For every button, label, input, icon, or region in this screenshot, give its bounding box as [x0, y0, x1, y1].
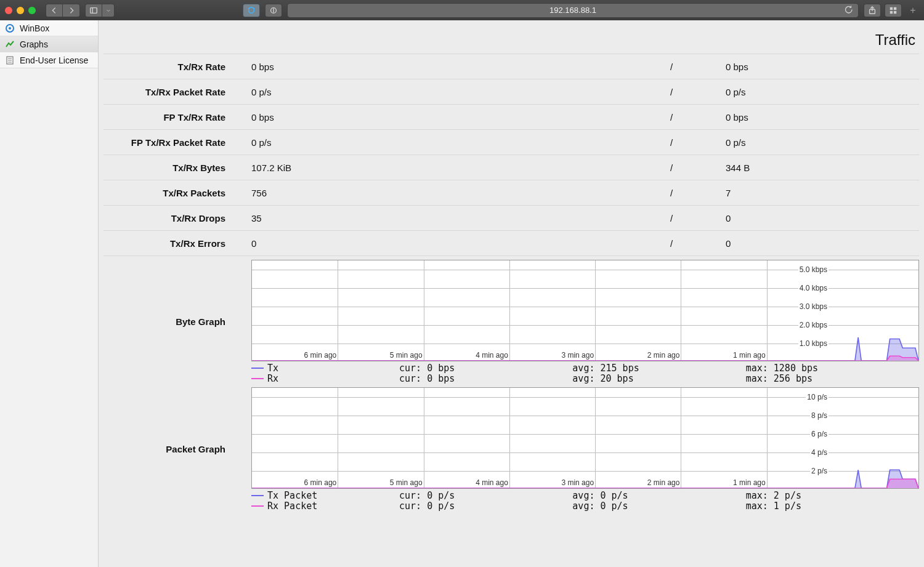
table-row: Tx/Rx Packets756/7 [103, 180, 919, 206]
sidebar-item-label: WinBox [20, 23, 49, 33]
stats-table: Tx/Rx Rate0 bps/0 bpsTx/Rx Packet Rate0 … [103, 54, 919, 256]
sidebar-item-winbox[interactable]: WinBox [0, 20, 98, 36]
sidebar: WinBoxGraphsEnd-User License [0, 20, 99, 567]
sidebar-item-label: Graphs [20, 39, 48, 49]
legend-avg: avg: 0 p/s [572, 490, 628, 501]
browser-toolbar: 192.168.88.1 + [0, 0, 924, 20]
svg-rect-8 [890, 10, 893, 13]
close-window-button[interactable] [5, 7, 12, 14]
legend-name: Tx [267, 363, 278, 374]
svg-rect-0 [91, 7, 97, 13]
legend-name: Rx [267, 373, 278, 384]
stat-tx: 0 bps [251, 112, 670, 123]
legend-cur: cur: 0 p/s [399, 501, 455, 512]
graph-title: Packet Graph [103, 387, 251, 511]
stat-label: Tx/Rx Packets [103, 188, 251, 198]
privacy-report-button[interactable] [243, 4, 260, 17]
content-area[interactable]: Traffic Tx/Rx Rate0 bps/0 bpsTx/Rx Packe… [99, 20, 924, 567]
sidebar-item-end-user-license[interactable]: End-User License [0, 52, 98, 68]
stat-separator: / [670, 213, 726, 223]
stat-separator: / [670, 137, 726, 148]
graph-canvas: 1.0 kbps2.0 kbps3.0 kbps4.0 kbps5.0 kbps… [251, 260, 919, 361]
stat-separator: / [670, 163, 726, 173]
new-tab-button[interactable]: + [907, 3, 919, 18]
stat-tx: 0 p/s [251, 137, 670, 148]
table-row: FP Tx/Rx Packet Rate0 p/s/0 p/s [103, 130, 919, 155]
stat-rx: 0 [726, 238, 919, 249]
maximize-window-button[interactable] [28, 7, 36, 14]
legend-name: Rx Packet [267, 501, 317, 512]
legend-cur: cur: 0 p/s [399, 490, 455, 501]
stat-label: FP Tx/Rx Rate [103, 112, 251, 123]
legend-swatch [251, 378, 264, 379]
legend-avg: avg: 215 bps [572, 363, 639, 374]
stat-label: Tx/Rx Errors [103, 238, 251, 249]
graph-title: Byte Graph [103, 260, 251, 384]
stat-rx: 0 p/s [726, 87, 919, 97]
svg-rect-6 [890, 7, 893, 9]
back-button[interactable] [46, 4, 63, 17]
legend-max: max: 1 p/s [746, 501, 801, 512]
sidebar-toggle-button[interactable] [85, 4, 102, 17]
svg-point-11 [9, 27, 11, 30]
stat-tx: 756 [251, 188, 670, 198]
stat-label: Tx/Rx Drops [103, 213, 251, 223]
stat-tx: 0 [251, 238, 670, 249]
minimize-window-button[interactable] [17, 7, 24, 14]
stat-separator: / [670, 62, 726, 72]
stat-separator: / [670, 238, 726, 249]
reload-icon[interactable] [845, 5, 853, 15]
legend-name: Tx Packet [267, 490, 317, 501]
legend-avg: avg: 20 bps [572, 373, 633, 384]
graph-legend: Tx PacketRx Packetcur: 0 p/scur: 0 p/sav… [251, 490, 919, 511]
table-row: Tx/Rx Packet Rate0 p/s/0 p/s [103, 79, 919, 105]
graph-icon [5, 39, 15, 49]
table-row: Tx/Rx Drops35/0 [103, 206, 919, 231]
stat-label: Tx/Rx Bytes [103, 163, 251, 173]
stat-tx: 0 p/s [251, 87, 670, 97]
stat-separator: / [670, 112, 726, 123]
graph-packet-graph: Packet Graph2 p/s4 p/s6 p/s8 p/s10 p/s6 … [103, 387, 919, 511]
tabs-overview-button[interactable] [885, 4, 902, 17]
address-bar[interactable]: 192.168.88.1 [287, 3, 859, 18]
graph-byte-graph: Byte Graph1.0 kbps2.0 kbps3.0 kbps4.0 kb… [103, 260, 919, 384]
sidebar-menu-button[interactable] [102, 4, 115, 17]
legend-max: max: 1280 bps [746, 363, 818, 374]
legend-cur: cur: 0 bps [399, 373, 455, 384]
stat-tx: 35 [251, 213, 670, 223]
legend-avg: avg: 0 p/s [572, 501, 628, 512]
sidebar-item-graphs[interactable]: Graphs [0, 36, 98, 52]
sidebar-item-label: End-User License [20, 55, 88, 65]
stat-label: Tx/Rx Packet Rate [103, 87, 251, 97]
window-controls [5, 7, 36, 14]
stat-rx: 0 [726, 213, 919, 223]
legend-swatch [251, 368, 264, 369]
page-title: Traffic [99, 20, 924, 54]
graph-canvas: 2 p/s4 p/s6 p/s8 p/s10 p/s6 min ago5 min… [251, 387, 919, 489]
table-row: Tx/Rx Rate0 bps/0 bps [103, 54, 919, 79]
stat-label: FP Tx/Rx Packet Rate [103, 137, 251, 148]
address-url: 192.168.88.1 [549, 6, 596, 15]
stat-separator: / [670, 188, 726, 198]
share-button[interactable] [864, 4, 881, 17]
legend-cur: cur: 0 bps [399, 363, 455, 374]
stat-rx: 0 bps [726, 112, 919, 123]
stat-rx: 0 bps [726, 62, 919, 72]
table-row: Tx/Rx Bytes107.2 KiB/344 B [103, 155, 919, 180]
legend-swatch [251, 505, 264, 507]
stat-rx: 7 [726, 188, 919, 198]
svg-rect-9 [894, 10, 896, 13]
forward-button[interactable] [63, 4, 80, 17]
stat-rx: 0 p/s [726, 137, 919, 148]
table-row: Tx/Rx Errors0/0 [103, 231, 919, 256]
svg-rect-7 [894, 7, 896, 9]
reader-toggle-button[interactable] [265, 4, 282, 17]
table-row: FP Tx/Rx Rate0 bps/0 bps [103, 105, 919, 130]
legend-swatch [251, 495, 264, 496]
winbox-icon [5, 23, 15, 33]
stat-label: Tx/Rx Rate [103, 62, 251, 72]
stat-tx: 0 bps [251, 62, 670, 72]
legend-max: max: 2 p/s [746, 490, 801, 501]
legend-max: max: 256 bps [746, 373, 813, 384]
stat-separator: / [670, 87, 726, 97]
